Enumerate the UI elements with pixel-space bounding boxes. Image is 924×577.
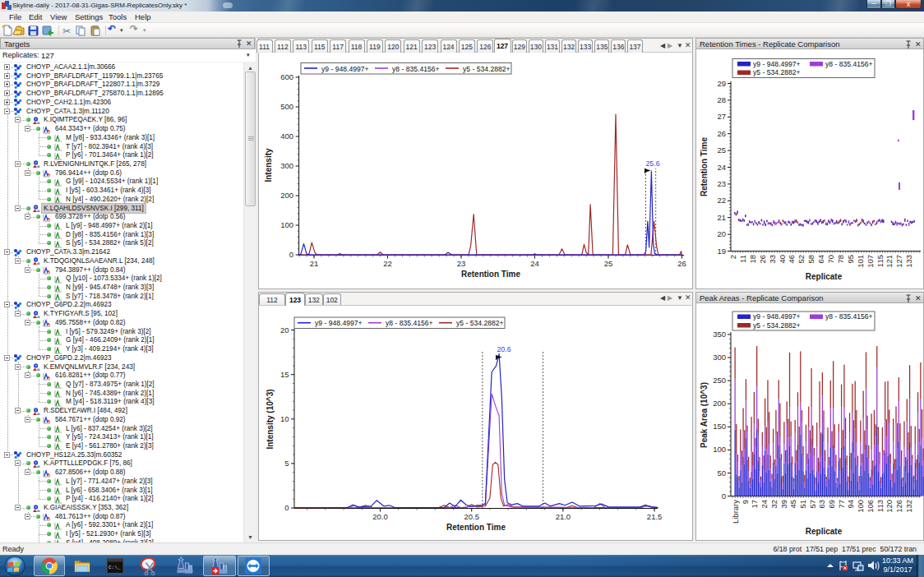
svg-text:57: 57 <box>808 500 817 509</box>
svg-text:51: 51 <box>798 500 807 509</box>
svg-text:64: 64 <box>816 255 825 264</box>
svg-text:126: 126 <box>894 500 903 513</box>
svg-text:Intensity (10^3): Intensity (10^3) <box>266 389 275 449</box>
svg-text:22: 22 <box>717 196 726 205</box>
svg-text:100: 100 <box>856 500 865 513</box>
svg-text:y9 - 948.4997+: y9 - 948.4997+ <box>753 60 801 68</box>
svg-text:22: 22 <box>383 259 392 268</box>
svg-text:77: 77 <box>837 500 846 509</box>
svg-text:27: 27 <box>717 112 726 121</box>
svg-text:y8 - 835.4156+: y8 - 835.4156+ <box>386 319 433 327</box>
svg-text:200: 200 <box>280 191 293 200</box>
svg-text:Retention Time: Retention Time <box>446 523 506 532</box>
svg-text:20.0: 20.0 <box>372 512 388 521</box>
svg-text:350: 350 <box>713 330 726 339</box>
svg-text:26: 26 <box>758 255 767 264</box>
svg-text:300: 300 <box>280 161 293 170</box>
svg-text:20: 20 <box>717 229 726 238</box>
svg-text:107: 107 <box>866 255 875 268</box>
svg-text:y8 - 835.4156+: y8 - 835.4156+ <box>825 312 873 321</box>
svg-text:23: 23 <box>717 179 726 188</box>
svg-text:y9 - 948.4997+: y9 - 948.4997+ <box>315 319 363 327</box>
svg-text:Replicate: Replicate <box>806 527 843 536</box>
svg-text:y5 - 534.2882+: y5 - 534.2882+ <box>456 319 504 327</box>
svg-text:23: 23 <box>457 259 466 268</box>
svg-text:127: 127 <box>894 255 903 268</box>
svg-text:133: 133 <box>904 255 913 268</box>
svg-text:y5 - 534.2882+: y5 - 534.2882+ <box>753 68 801 76</box>
svg-text:200: 200 <box>713 399 726 408</box>
svg-text:26: 26 <box>677 259 686 268</box>
svg-text:150: 150 <box>713 422 726 431</box>
svg-text:28: 28 <box>717 95 726 104</box>
svg-text:100: 100 <box>713 445 726 454</box>
svg-text:115: 115 <box>875 255 885 267</box>
svg-text:21.5: 21.5 <box>647 512 663 521</box>
svg-text:Replicate: Replicate <box>806 272 843 281</box>
svg-text:Intensity: Intensity <box>264 148 273 182</box>
svg-text:78: 78 <box>836 255 845 264</box>
svg-text:39: 39 <box>779 500 788 509</box>
svg-text:94: 94 <box>846 500 855 509</box>
svg-text:y9 - 948.4997+: y9 - 948.4997+ <box>321 65 369 73</box>
svg-text:Retention Time: Retention Time <box>700 137 709 196</box>
svg-text:106: 106 <box>866 500 875 513</box>
svg-text:21: 21 <box>310 259 319 268</box>
svg-text:33: 33 <box>768 255 777 264</box>
svg-text:19: 19 <box>717 247 726 256</box>
svg-text:21.0: 21.0 <box>556 512 571 521</box>
svg-text:24: 24 <box>530 259 539 268</box>
svg-text:400: 400 <box>280 132 293 141</box>
svg-text:40: 40 <box>778 255 787 264</box>
svg-text:46: 46 <box>787 255 796 264</box>
svg-text:121: 121 <box>885 255 894 268</box>
svg-text:69: 69 <box>827 500 836 509</box>
svg-text:y8 - 835.4156+: y8 - 835.4156+ <box>392 65 440 73</box>
svg-text:29: 29 <box>717 79 726 88</box>
svg-text:0: 0 <box>289 250 293 259</box>
svg-text:32: 32 <box>769 500 778 509</box>
svg-text:Library: Library <box>731 500 740 524</box>
svg-text:45: 45 <box>788 500 797 509</box>
svg-text:25.6: 25.6 <box>645 159 659 168</box>
svg-text:95: 95 <box>846 255 855 264</box>
svg-text:132: 132 <box>904 500 913 513</box>
svg-text:24: 24 <box>717 163 726 172</box>
svg-text:0: 0 <box>722 492 726 501</box>
svg-text:C:\_: C:\_ <box>109 565 121 570</box>
svg-text:100: 100 <box>280 220 293 229</box>
svg-text:120: 120 <box>885 500 894 513</box>
svg-text:18: 18 <box>748 255 757 264</box>
svg-text:63: 63 <box>817 500 826 509</box>
svg-text:20: 20 <box>280 325 289 335</box>
svg-text:11: 11 <box>738 255 747 263</box>
svg-text:10: 10 <box>280 414 289 423</box>
svg-text:2: 2 <box>728 255 737 259</box>
svg-text:21: 21 <box>717 213 726 222</box>
svg-text:500: 500 <box>280 102 293 111</box>
svg-text:✂: ✂ <box>62 25 71 37</box>
svg-text:25: 25 <box>717 145 726 155</box>
svg-text:24: 24 <box>760 500 769 509</box>
svg-text:17: 17 <box>750 500 759 509</box>
svg-text:25: 25 <box>604 259 613 268</box>
svg-text:y5 - 534.2882+: y5 - 534.2882+ <box>463 65 511 73</box>
svg-text:300: 300 <box>713 353 726 362</box>
svg-text:26: 26 <box>717 129 726 138</box>
svg-text:y9 - 948.4997+: y9 - 948.4997+ <box>753 312 801 321</box>
svg-text:5: 5 <box>284 459 289 468</box>
svg-text:250: 250 <box>713 376 726 385</box>
svg-text:y8 - 835.4156+: y8 - 835.4156+ <box>825 60 873 68</box>
svg-text:50: 50 <box>717 469 726 478</box>
svg-text:20.5: 20.5 <box>464 512 479 521</box>
svg-text:600: 600 <box>280 72 293 81</box>
svg-text:113: 113 <box>875 500 885 512</box>
svg-text:15: 15 <box>280 370 289 379</box>
svg-text:9: 9 <box>741 500 750 504</box>
svg-text:20.6: 20.6 <box>497 345 511 353</box>
svg-text:y5 - 534.2882+: y5 - 534.2882+ <box>753 321 801 330</box>
svg-text:70: 70 <box>826 255 835 264</box>
svg-text:Retention Time: Retention Time <box>461 270 520 279</box>
svg-text:58: 58 <box>806 255 815 264</box>
svg-text:Peak Area (10^3): Peak Area (10^3) <box>700 382 709 448</box>
